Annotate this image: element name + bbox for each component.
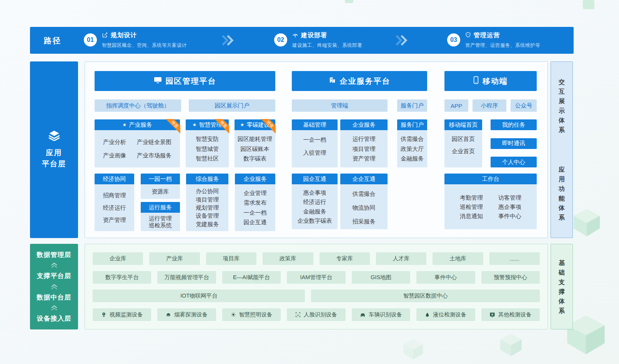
card-zero-carbon: ★零碳建设 增值 园区能耗管理 园区碳账本 数字碳表: [235, 119, 275, 167]
smart-park-architecture-diagram: 路径 01 规划设计 智慧园区概念、空间、系统等方案设计 02 建设部署 建设施…: [0, 0, 619, 364]
device-access-layer-label: 设备接入层: [37, 314, 72, 323]
double-chevron-icon: [394, 35, 408, 46]
card-item: 数字碳表: [243, 155, 266, 162]
card-item: 智慧安防: [196, 136, 219, 142]
application-platform-layer-sidebar: 应用 平台层: [30, 61, 78, 238]
up-chevron-icon: [50, 284, 58, 290]
smoke-detector-icon: [166, 312, 171, 318]
step-2-subtitle: 建设施工、终端安装、系统部署: [292, 42, 362, 49]
data-middle-row: IOT物联网平台 智慧园区数据中心: [93, 290, 540, 302]
card-item: 党建服务: [196, 221, 219, 228]
device-row: 视频监测设备 烟雾探测设备 智慧照明设备 人脸识别设备 车辆识别设备 液位检测设…: [93, 308, 540, 321]
card-item: 一企一档: [303, 136, 326, 143]
database-cell: 人才库: [376, 252, 426, 265]
platform-cell: 万能视频管理平台: [157, 271, 216, 284]
card-item: 项目管理: [353, 146, 376, 152]
card-item: 事件中心: [498, 213, 521, 220]
step-1-title: 规划设计: [111, 31, 137, 40]
light-icon: [231, 312, 236, 318]
device-cell: 烟雾探测设备: [157, 308, 216, 321]
chip-mini-program: 小程序: [473, 99, 506, 112]
database-cell: 专家库: [319, 252, 370, 265]
card-item: 产业市场服务: [137, 152, 171, 159]
path-step-3: 03 管理运营 资产管理、运营服务、系统维护等: [447, 31, 540, 49]
card-item: 运行管理: [353, 136, 376, 142]
card-enterprise-enterprise-link: 企企互通 供需撮合 物流协同 招采服务: [340, 174, 388, 229]
decor-square: [345, 0, 353, 3]
step-3-title: 管理运营: [474, 31, 500, 40]
card-mobile-home: 移动端首页 园区首页 企业首页: [444, 119, 482, 167]
building-icon: [329, 76, 336, 86]
card-item: 设备管理: [196, 212, 219, 219]
path-bar: 路径 01 规划设计 智慧园区概念、空间、系统等方案设计 02 建设部署 建设施…: [30, 27, 574, 54]
park-data-center-cell: 智慧园区数据中心: [311, 290, 540, 302]
card-enterprise-services: 企业服务 运行管理 项目管理 资产管理: [340, 119, 388, 167]
star-icon: ★: [240, 122, 245, 127]
base-layers-sidebar: 数据管理层 支撑平台层 数据中台层 设备接入层: [30, 244, 78, 329]
chip-app: APP: [444, 99, 468, 112]
broadcast-icon: [292, 32, 298, 40]
card-economic-synergy: 经济协同 招商管理 经济运行 资产管理: [95, 174, 134, 231]
device-cell: 视频监测设备: [93, 308, 151, 321]
up-chevron-icon: [50, 305, 58, 311]
chip-official-account: 公众号: [511, 99, 537, 112]
decor-square: [583, 0, 594, 9]
data-management-layer-label: 数据管理层: [37, 250, 72, 259]
card-item: 产业分析: [103, 139, 126, 146]
park-platform-header: 园区管理平台: [95, 71, 275, 91]
card-item: 金融服务: [303, 208, 326, 215]
path-step-2: 02 建设部署 建设施工、终端安装、系统部署: [274, 31, 362, 49]
star-icon: ★: [123, 122, 127, 127]
mobile-platform-header: 移动端: [444, 71, 537, 91]
card-item: 巡检管理: [460, 204, 483, 210]
step-2-number: 02: [274, 33, 287, 46]
app-systems-sidebar: 交互展示体系 应用功能体系: [551, 61, 573, 238]
card-item: 资产管理: [103, 217, 126, 223]
card-item: 一企一档: [243, 209, 266, 216]
device-cell: 智慧照明设备: [222, 308, 281, 321]
portal-command-center: 指挥调度中心（驾驶舱）: [95, 99, 181, 112]
card-one-park-one-file: 一园一档 资源库: [141, 174, 180, 199]
card-item: 招采服务: [353, 218, 376, 225]
portal-service-portal: 服务门户: [397, 99, 427, 112]
card-smart-management: ★智慧管理 增值 智慧安防 智慧城管 智慧社区: [186, 119, 229, 167]
card-item: 项目管理: [196, 196, 219, 203]
card-item: 金融服务: [401, 155, 424, 162]
card-item: 产业链全景图: [137, 139, 171, 146]
card-item: 资源库: [151, 188, 169, 195]
card-item: 园区能耗管理: [238, 136, 272, 142]
database-cell: 政策库: [263, 252, 313, 265]
platform-cell: 数字孪生平台: [93, 271, 151, 284]
decor-cube: [403, 338, 424, 360]
card-item: 惠企事项: [303, 189, 326, 196]
card-item: 经济运行: [103, 204, 126, 211]
face-recognition-icon: [295, 312, 301, 318]
device-cell: 车辆识别设备: [352, 308, 410, 321]
phone-icon: [473, 76, 479, 86]
step-1-subtitle: 智慧园区概念、空间、系统等方案设计: [102, 42, 187, 49]
step-2-title: 建设部署: [301, 31, 327, 40]
park-management-platform: 园区管理平台 指挥调度中心（驾驶舱） 园区展示门户 ★产业服务 增值 产业分析 …: [95, 71, 275, 229]
platform-cell: 预警预报中心: [481, 271, 540, 284]
mobile-platform: 移动端 APP 小程序 公众号 移动端首页 园区首页 企业首页 我的任务 即时通…: [444, 71, 537, 229]
interaction-display-system-label: 交互展示体系: [559, 77, 565, 135]
camera-icon: [101, 312, 106, 318]
basic-support-system-label: 基础支撑体系: [559, 258, 565, 316]
device-cell: 其他检测设备: [481, 308, 540, 321]
database-cell-more: ......: [489, 252, 540, 265]
card-item: 规划管理: [196, 204, 219, 211]
card-item: 产业画像: [103, 152, 126, 159]
card-service-portal: 服务门户 供需撮合 政策大厅 金融服务: [397, 119, 427, 167]
card-industry-service: ★产业服务 增值 产业分析 产业链全景图 产业画像 产业市场服务: [95, 119, 180, 167]
card-item: 企业管理: [243, 190, 266, 197]
card-comprehensive-service: 综合服务 办公协同 项目管理 规划管理 设备管理 党建服务: [186, 174, 228, 231]
shield-icon: [465, 32, 471, 39]
car-icon: [360, 312, 366, 318]
card-item: 园区碳账本: [241, 146, 270, 152]
portal-management-side: 管理端: [292, 99, 388, 112]
support-platform-row: 数字孪生平台 万能视频管理平台 E—AI赋能平台 IAM管理平台 GIS地图 事…: [93, 271, 540, 284]
application-function-system-label: 应用功能体系: [559, 165, 565, 222]
app-layer-title: 应用 平台层: [42, 147, 66, 169]
platform-cell: 事件中心: [416, 271, 475, 284]
card-item: 园区首页: [452, 136, 475, 142]
